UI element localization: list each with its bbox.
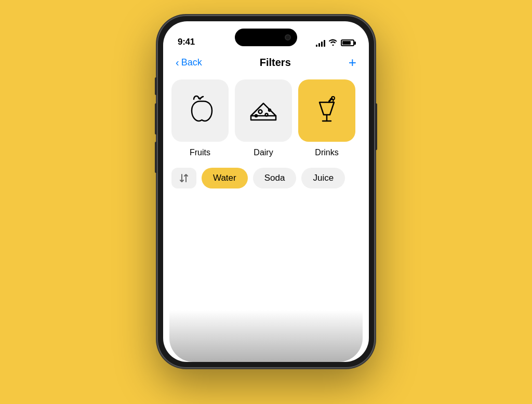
battery-fill [342, 41, 351, 45]
svg-point-0 [259, 110, 262, 114]
filter-chip-soda[interactable]: Soda [253, 168, 297, 188]
cocktail-icon [310, 94, 343, 127]
back-button[interactable]: ‹ Back [176, 57, 202, 68]
category-label-fruits: Fruits [190, 148, 210, 157]
category-label-drinks: Drinks [315, 148, 338, 157]
power-button [375, 103, 377, 150]
filter-chip-juice-label: Juice [313, 173, 334, 183]
sort-icon [178, 172, 190, 184]
category-label-dairy: Dairy [254, 148, 273, 157]
dynamic-island [235, 29, 297, 46]
apple-icon [183, 94, 217, 127]
filter-chip-water[interactable]: Water [202, 168, 248, 188]
category-item-fruits[interactable]: Fruits [171, 79, 229, 157]
svg-point-1 [265, 114, 268, 116]
filter-chip-juice[interactable]: Juice [301, 168, 345, 188]
filter-chip-water-label: Water [213, 173, 236, 183]
category-card-dairy [235, 79, 292, 142]
sort-chip[interactable] [171, 168, 196, 188]
back-chevron-icon: ‹ [176, 57, 179, 68]
filter-chips-section: Water Soda Juice [163, 157, 369, 197]
filter-chips-scroll: Water Soda Juice [171, 168, 361, 188]
category-item-dairy[interactable]: Dairy [235, 79, 292, 157]
category-card-fruits [171, 79, 229, 142]
battery-icon [341, 39, 354, 46]
category-card-drinks [298, 79, 355, 142]
page-title: Filters [260, 57, 291, 69]
volume-up-button [155, 103, 157, 134]
status-icons [316, 38, 354, 47]
categories-section: Fruits [163, 77, 369, 157]
bottom-fade [169, 310, 363, 362]
categories-scroll: Fruits [171, 79, 361, 157]
category-item-drinks[interactable]: Drinks [298, 79, 355, 157]
nav-header: ‹ Back Filters + [163, 51, 369, 77]
phone-wrapper: 9:41 [157, 15, 375, 368]
phone-screen: 9:41 [163, 21, 369, 362]
filter-chip-soda-label: Soda [264, 173, 285, 183]
add-button[interactable]: + [349, 56, 356, 69]
signal-icon [316, 39, 325, 47]
status-time: 9:41 [178, 37, 195, 47]
camera-dot [285, 34, 291, 41]
volume-down-button [155, 142, 157, 173]
back-label: Back [181, 57, 202, 68]
mute-button [155, 77, 157, 95]
svg-point-8 [331, 97, 335, 100]
wifi-icon [328, 38, 338, 47]
cheese-icon [247, 94, 280, 127]
